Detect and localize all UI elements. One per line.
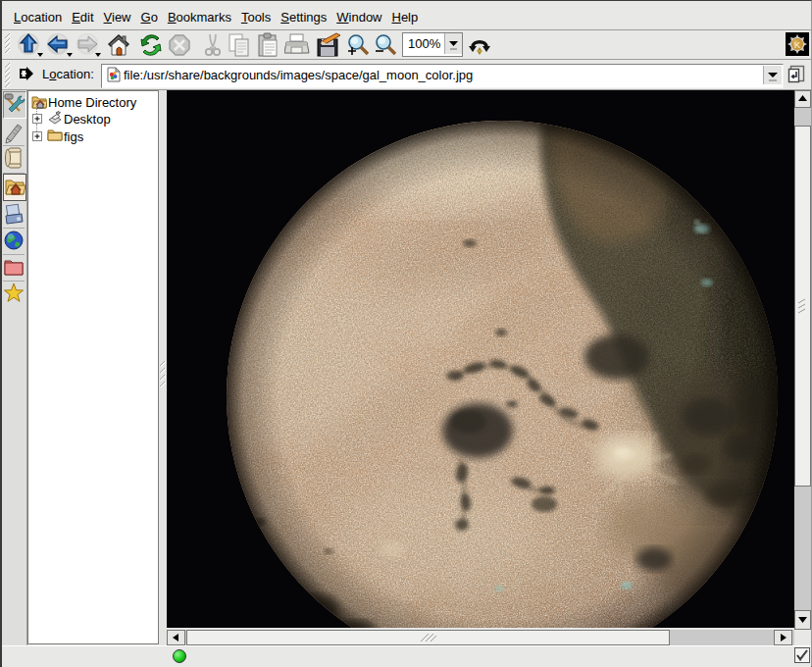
svg-text:K: K — [794, 40, 801, 50]
